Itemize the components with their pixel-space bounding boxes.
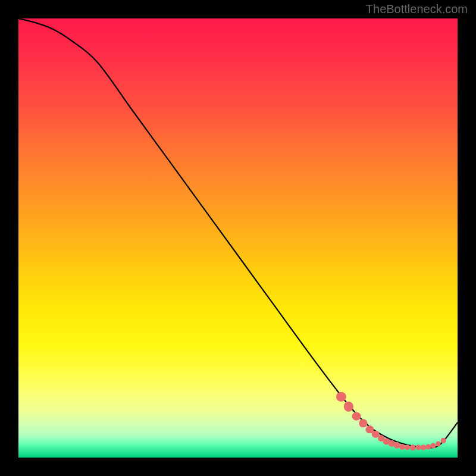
data-marker	[436, 441, 441, 447]
curve-svg	[18, 18, 458, 458]
data-marker	[441, 438, 446, 443]
data-marker	[352, 412, 361, 421]
bottleneck-curve-line	[18, 18, 458, 448]
chart-plot-area	[18, 18, 458, 458]
watermark-text: TheBottleneck.com	[366, 2, 468, 16]
